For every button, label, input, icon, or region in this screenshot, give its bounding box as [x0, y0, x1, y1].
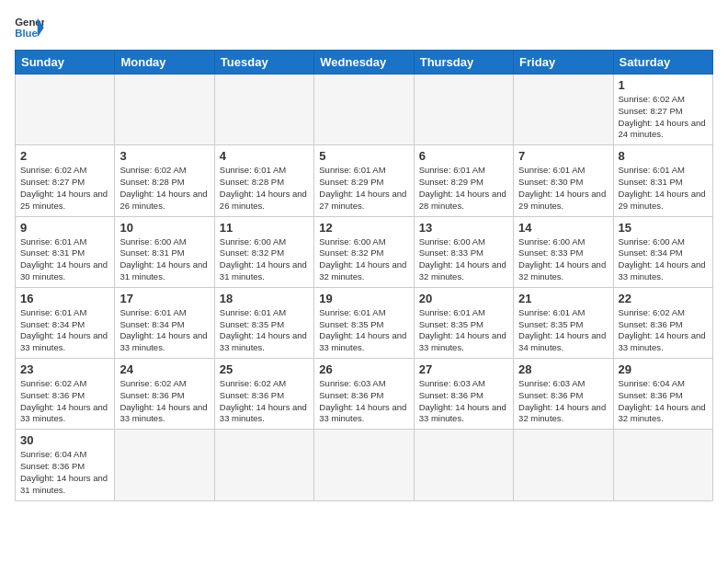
calendar-cell [314, 75, 414, 145]
day-number: 12 [319, 221, 408, 235]
day-number: 9 [20, 221, 109, 235]
calendar-cell: 6Sunrise: 6:01 AM Sunset: 8:29 PM Daylig… [414, 145, 513, 216]
day-info: Sunrise: 6:02 AM Sunset: 8:36 PM Dayligh… [619, 307, 708, 354]
calendar-cell: 30Sunrise: 6:04 AM Sunset: 8:36 PM Dayli… [16, 430, 115, 500]
day-info: Sunrise: 6:01 AM Sunset: 8:31 PM Dayligh… [619, 165, 708, 212]
calendar-cell: 28Sunrise: 6:03 AM Sunset: 8:36 PM Dayli… [514, 359, 613, 430]
calendar-cell: 9Sunrise: 6:01 AM Sunset: 8:31 PM Daylig… [16, 216, 115, 287]
day-number: 7 [518, 149, 608, 163]
day-info: Sunrise: 6:01 AM Sunset: 8:30 PM Dayligh… [518, 165, 608, 212]
logo: General Blue [15, 15, 44, 40]
calendar-week-1: 1Sunrise: 6:02 AM Sunset: 8:27 PM Daylig… [16, 75, 713, 145]
calendar-cell: 13Sunrise: 6:00 AM Sunset: 8:33 PM Dayli… [414, 216, 513, 287]
logo-icon: General Blue [15, 15, 44, 40]
day-number: 25 [220, 362, 309, 376]
calendar-table: SundayMondayTuesdayWednesdayThursdayFrid… [15, 50, 713, 501]
day-number: 8 [619, 149, 708, 163]
calendar-cell: 29Sunrise: 6:04 AM Sunset: 8:36 PM Dayli… [613, 359, 712, 430]
calendar-cell: 18Sunrise: 6:01 AM Sunset: 8:35 PM Dayli… [214, 287, 313, 358]
page-header: General Blue [15, 15, 713, 40]
calendar-cell [613, 430, 712, 500]
day-number: 10 [119, 221, 209, 235]
calendar-cell [514, 430, 613, 500]
day-info: Sunrise: 6:02 AM Sunset: 8:27 PM Dayligh… [619, 94, 708, 141]
calendar-cell: 21Sunrise: 6:01 AM Sunset: 8:35 PM Dayli… [514, 287, 613, 358]
day-info: Sunrise: 6:00 AM Sunset: 8:33 PM Dayligh… [419, 236, 508, 283]
calendar-cell: 24Sunrise: 6:02 AM Sunset: 8:36 PM Dayli… [115, 359, 214, 430]
day-number: 3 [119, 149, 209, 163]
day-info: Sunrise: 6:00 AM Sunset: 8:33 PM Dayligh… [518, 236, 608, 283]
day-info: Sunrise: 6:01 AM Sunset: 8:28 PM Dayligh… [220, 165, 309, 212]
weekday-header-thursday: Thursday [414, 51, 513, 75]
svg-text:Blue: Blue [15, 28, 38, 39]
weekday-header-tuesday: Tuesday [214, 51, 313, 75]
day-info: Sunrise: 6:03 AM Sunset: 8:36 PM Dayligh… [419, 378, 508, 425]
day-info: Sunrise: 6:00 AM Sunset: 8:34 PM Dayligh… [619, 236, 708, 283]
weekday-header-sunday: Sunday [16, 51, 115, 75]
day-info: Sunrise: 6:01 AM Sunset: 8:29 PM Dayligh… [419, 165, 508, 212]
calendar-cell [16, 75, 115, 145]
day-number: 28 [518, 362, 608, 376]
day-number: 2 [20, 149, 109, 163]
calendar-header-row: SundayMondayTuesdayWednesdayThursdayFrid… [16, 51, 713, 75]
calendar-week-4: 16Sunrise: 6:01 AM Sunset: 8:34 PM Dayli… [16, 287, 713, 358]
calendar-cell: 3Sunrise: 6:02 AM Sunset: 8:28 PM Daylig… [115, 145, 214, 216]
day-info: Sunrise: 6:00 AM Sunset: 8:32 PM Dayligh… [319, 236, 408, 283]
calendar-cell: 22Sunrise: 6:02 AM Sunset: 8:36 PM Dayli… [613, 287, 712, 358]
calendar-cell: 23Sunrise: 6:02 AM Sunset: 8:36 PM Dayli… [16, 359, 115, 430]
calendar-cell [414, 75, 513, 145]
day-number: 16 [20, 292, 109, 305]
day-number: 21 [518, 292, 608, 305]
day-number: 11 [220, 221, 309, 235]
day-number: 18 [220, 292, 309, 305]
calendar-week-6: 30Sunrise: 6:04 AM Sunset: 8:36 PM Dayli… [16, 430, 713, 500]
day-number: 26 [319, 362, 408, 376]
day-info: Sunrise: 6:00 AM Sunset: 8:31 PM Dayligh… [119, 236, 209, 283]
calendar-week-5: 23Sunrise: 6:02 AM Sunset: 8:36 PM Dayli… [16, 359, 713, 430]
day-number: 30 [20, 433, 109, 447]
calendar-cell [214, 430, 313, 500]
day-info: Sunrise: 6:03 AM Sunset: 8:36 PM Dayligh… [518, 378, 608, 425]
calendar-cell: 1Sunrise: 6:02 AM Sunset: 8:27 PM Daylig… [613, 75, 712, 145]
day-info: Sunrise: 6:02 AM Sunset: 8:36 PM Dayligh… [20, 378, 109, 425]
day-number: 13 [419, 221, 508, 235]
calendar-cell: 11Sunrise: 6:00 AM Sunset: 8:32 PM Dayli… [214, 216, 313, 287]
day-number: 4 [220, 149, 309, 163]
calendar-cell: 17Sunrise: 6:01 AM Sunset: 8:34 PM Dayli… [115, 287, 214, 358]
calendar-cell: 25Sunrise: 6:02 AM Sunset: 8:36 PM Dayli… [214, 359, 313, 430]
calendar-cell: 14Sunrise: 6:00 AM Sunset: 8:33 PM Dayli… [514, 216, 613, 287]
day-info: Sunrise: 6:01 AM Sunset: 8:34 PM Dayligh… [20, 307, 109, 354]
day-number: 20 [419, 292, 508, 305]
day-info: Sunrise: 6:04 AM Sunset: 8:36 PM Dayligh… [20, 449, 109, 496]
day-info: Sunrise: 6:02 AM Sunset: 8:36 PM Dayligh… [119, 378, 209, 425]
calendar-cell [514, 75, 613, 145]
calendar-cell: 5Sunrise: 6:01 AM Sunset: 8:29 PM Daylig… [314, 145, 414, 216]
day-info: Sunrise: 6:02 AM Sunset: 8:27 PM Dayligh… [20, 165, 109, 212]
calendar-week-2: 2Sunrise: 6:02 AM Sunset: 8:27 PM Daylig… [16, 145, 713, 216]
calendar-cell: 10Sunrise: 6:00 AM Sunset: 8:31 PM Dayli… [115, 216, 214, 287]
day-info: Sunrise: 6:01 AM Sunset: 8:35 PM Dayligh… [518, 307, 608, 354]
calendar-cell [115, 75, 214, 145]
day-info: Sunrise: 6:01 AM Sunset: 8:35 PM Dayligh… [319, 307, 408, 354]
weekday-header-wednesday: Wednesday [314, 51, 414, 75]
day-number: 27 [419, 362, 508, 376]
calendar-cell: 19Sunrise: 6:01 AM Sunset: 8:35 PM Dayli… [314, 287, 414, 358]
day-info: Sunrise: 6:01 AM Sunset: 8:29 PM Dayligh… [319, 165, 408, 212]
calendar-cell: 8Sunrise: 6:01 AM Sunset: 8:31 PM Daylig… [613, 145, 712, 216]
day-info: Sunrise: 6:04 AM Sunset: 8:36 PM Dayligh… [619, 378, 708, 425]
calendar-cell [115, 430, 214, 500]
calendar-week-3: 9Sunrise: 6:01 AM Sunset: 8:31 PM Daylig… [16, 216, 713, 287]
day-info: Sunrise: 6:01 AM Sunset: 8:34 PM Dayligh… [119, 307, 209, 354]
day-number: 24 [119, 362, 209, 376]
day-info: Sunrise: 6:00 AM Sunset: 8:32 PM Dayligh… [220, 236, 309, 283]
calendar-cell [314, 430, 414, 500]
day-number: 5 [319, 149, 408, 163]
calendar-cell: 27Sunrise: 6:03 AM Sunset: 8:36 PM Dayli… [414, 359, 513, 430]
calendar-cell: 7Sunrise: 6:01 AM Sunset: 8:30 PM Daylig… [514, 145, 613, 216]
calendar-cell [214, 75, 313, 145]
weekday-header-monday: Monday [115, 51, 214, 75]
day-number: 29 [619, 362, 708, 376]
day-number: 6 [419, 149, 508, 163]
day-info: Sunrise: 6:01 AM Sunset: 8:31 PM Dayligh… [20, 236, 109, 283]
weekday-header-saturday: Saturday [613, 51, 712, 75]
